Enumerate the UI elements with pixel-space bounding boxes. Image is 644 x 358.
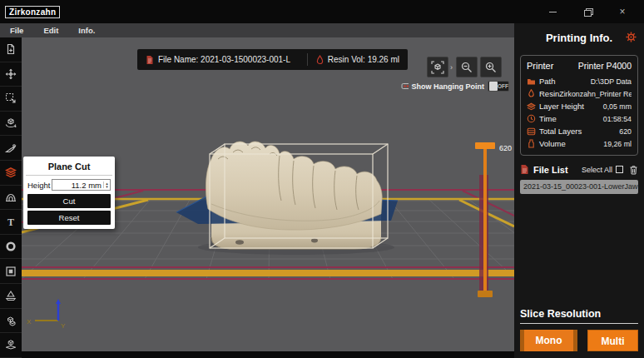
hanging-point-row: Show Hanging Point OFF [401, 81, 509, 92]
axis-y-label: Y [61, 322, 66, 330]
resin-vol-label: Resin Vol: 19.26 ml [328, 55, 399, 64]
slice-resolution-title: Slice Resolution [520, 308, 638, 323]
hanging-point-icon [401, 82, 409, 91]
hanging-point-label: Show Hanging Point [412, 82, 485, 91]
time-icon [527, 114, 536, 123]
text-label-icon: T [4, 215, 17, 228]
dialog-divider [26, 175, 112, 176]
tool-cube-platform[interactable] [0, 333, 22, 358]
slice-resolution-section: Slice Resolution Mono Multi [514, 308, 644, 351]
restore-icon [584, 8, 592, 15]
app-logo: Zirkonzahn [5, 6, 60, 18]
file-list-icon [520, 164, 529, 175]
select-all-label: Select All [582, 166, 612, 174]
restore-button[interactable] [581, 5, 594, 18]
info-row-resin: Resin Zirkonzahn_Printer Resin V [527, 87, 632, 100]
gear-icon [625, 31, 637, 43]
menu-bar: File Edit Info. [0, 23, 516, 37]
height-label: Height [27, 181, 50, 190]
framed-dot-icon [4, 265, 17, 278]
dialog-title: Plane Cut [27, 160, 111, 175]
trash-icon[interactable] [629, 165, 638, 175]
multi-button[interactable]: Multi [587, 330, 638, 351]
info-row-path: Path D:\3DP Data [527, 75, 632, 87]
info-row-layer-height: Layer Height 0,05 mm [527, 100, 632, 112]
hanging-point-toggle[interactable]: OFF [488, 81, 509, 92]
slice-resolution-divider [520, 323, 638, 324]
viewport: 620 X Y File Name: 2021-03-1500023-001-L… [22, 37, 514, 351]
info-row-total-layers: Total Layers 620 [527, 125, 632, 137]
select-all-checkbox[interactable] [616, 166, 623, 173]
cut-button[interactable]: Cut [27, 194, 111, 208]
support-icon [4, 142, 17, 155]
minimize-icon [549, 12, 557, 12]
slider-bottom-handle[interactable] [478, 291, 493, 297]
arch-icon [4, 191, 17, 204]
height-stepper[interactable]: ▴▾ [103, 181, 110, 188]
title-bar: Zirkonzahn × [0, 0, 644, 23]
tool-pyramid[interactable] [0, 284, 22, 309]
menu-file[interactable]: File [0, 23, 33, 37]
ring-icon [4, 240, 17, 253]
resin-drop-icon [316, 55, 324, 65]
move-icon [4, 67, 17, 81]
tool-ring[interactable] [0, 235, 22, 260]
mono-button[interactable]: Mono [520, 330, 577, 351]
tool-new-file[interactable] [0, 37, 22, 62]
layer-height-icon [527, 102, 536, 111]
zoom-out-button[interactable] [456, 57, 478, 77]
cube-platform-icon [4, 338, 17, 351]
tool-stacked-cubes[interactable] [0, 309, 22, 334]
printer-info-box: Printer Printer P4000 Path D:\3DP Data R… [520, 55, 638, 156]
settings-gear-button[interactable] [625, 31, 637, 47]
minimize-button[interactable] [546, 5, 559, 18]
file-name-label: File Name: 2021-03-1500023-001-L [158, 55, 290, 64]
tool-text-label[interactable]: T [0, 210, 22, 235]
tool-support[interactable] [0, 136, 22, 161]
reset-button[interactable]: Reset [27, 211, 111, 225]
scale-icon [4, 92, 17, 105]
height-input-wrap: ▴▾ [52, 179, 111, 191]
zoom-in-button[interactable] [480, 57, 502, 77]
file-list-item[interactable]: 2021-03-15_00023-001-LowerJaw-Final-L [520, 180, 638, 194]
pyramid-icon [4, 289, 17, 302]
view-controls: › [427, 57, 502, 77]
tool-arch[interactable] [0, 186, 22, 211]
printing-info-panel: Printing Info. Printer Printer P4000 Pat… [514, 23, 644, 358]
volume-icon [527, 139, 536, 148]
axis-x-label: X [27, 318, 32, 326]
app-window: Zirkonzahn × File Edit Info. [0, 0, 644, 358]
tool-framed-dot[interactable] [0, 259, 22, 284]
resin-drop-icon [527, 89, 536, 98]
plane-cut-dialog: Plane Cut Height ▴▾ Cut Reset [23, 157, 115, 229]
tool-plane-cut[interactable] [0, 161, 22, 186]
tool-rotate-view[interactable] [0, 112, 22, 137]
printer-value: Printer P4000 [578, 61, 632, 71]
new-file-icon [4, 42, 17, 56]
menu-edit[interactable]: Edit [33, 23, 68, 37]
toggle-knob [489, 82, 498, 91]
menu-info[interactable]: Info. [68, 23, 105, 37]
view-cube-icon [430, 60, 445, 75]
info-row-time: Time 01:58:54 [527, 112, 632, 125]
zoom-in-icon [484, 61, 498, 74]
slider-top-handle[interactable] [475, 142, 495, 149]
panel-title: Printing Info. [546, 32, 612, 44]
total-layers-icon [527, 127, 536, 136]
view-cube-button[interactable] [427, 57, 448, 77]
tool-move[interactable] [0, 62, 22, 87]
height-input[interactable] [52, 181, 103, 190]
svg-text:T: T [7, 216, 14, 228]
tool-sidebar: T [0, 37, 22, 358]
file-info-bar: File Name: 2021-03-1500023-001-L Resin V… [137, 49, 408, 70]
view-cube-expand-chevron[interactable]: › [450, 63, 453, 72]
info-row-volume: Volume 19,26 ml [527, 137, 632, 150]
file-icon [146, 55, 154, 65]
folder-icon [527, 77, 536, 86]
tool-scale[interactable] [0, 87, 22, 112]
close-button[interactable]: × [616, 5, 629, 18]
file-list-title: File List [533, 165, 582, 175]
zoom-out-icon [460, 61, 473, 74]
printer-label: Printer [527, 61, 553, 71]
slider-value: 620 [499, 144, 512, 152]
